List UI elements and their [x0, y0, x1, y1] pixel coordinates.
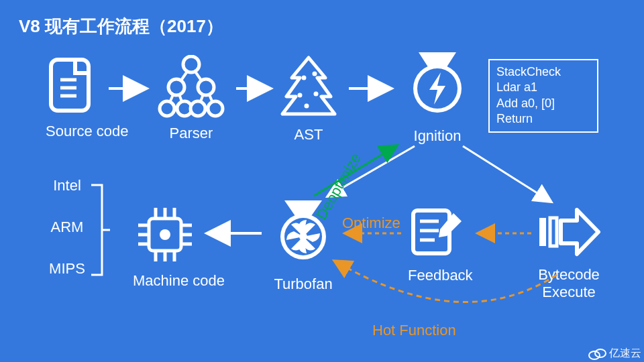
- watermark-text: 亿速云: [609, 347, 641, 361]
- optimize-label: Optimize: [342, 215, 400, 232]
- hot-function-label: Hot Function: [372, 322, 456, 339]
- svg-line-55: [463, 146, 550, 201]
- svg-point-62: [595, 349, 606, 357]
- arrows-layer: [0, 0, 644, 362]
- svg-point-61: [589, 351, 600, 359]
- watermark: 亿速云: [588, 347, 641, 361]
